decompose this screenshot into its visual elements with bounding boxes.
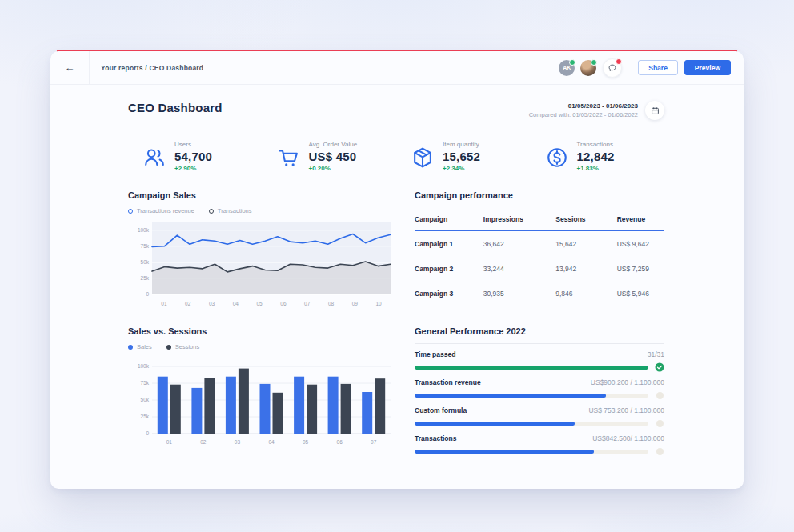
svg-text:05: 05 xyxy=(256,301,263,306)
svg-text:02: 02 xyxy=(200,439,207,445)
report-content: CEO Dashboard 01/05/2023 - 01/06/2023 Co… xyxy=(50,101,744,456)
svg-text:0: 0 xyxy=(146,430,149,436)
campaign-performance-table: CampaignImpressionsSessionsRevenue Campa… xyxy=(415,208,664,306)
column-header: Revenue xyxy=(617,208,664,230)
table-row: Campaign 233,24413,942US$ 7,259 xyxy=(415,256,664,281)
progress-track xyxy=(415,366,648,370)
kpi-label: Transactions xyxy=(577,141,615,148)
campaign-name-cell: Campaign 2 xyxy=(415,256,483,281)
preview-button[interactable]: Preview xyxy=(684,60,731,75)
section-title: Sales vs. Sessions xyxy=(128,326,392,336)
cart-icon xyxy=(277,146,301,170)
progress-track xyxy=(415,450,648,454)
avatar-photo[interactable] xyxy=(580,60,596,76)
svg-text:50k: 50k xyxy=(141,259,150,265)
legend-marker-icon xyxy=(166,345,171,350)
progress-row: TransactionsUS$842.500/ 1.100.000 xyxy=(415,434,664,456)
calendar-icon xyxy=(651,106,660,115)
header-actions: AK Share Preview xyxy=(553,58,744,78)
date-range[interactable]: 01/05/2023 - 01/06/2023 xyxy=(529,102,638,110)
progress-list: Time passed31/31Transaction revenueUS$90… xyxy=(415,350,664,456)
share-button[interactable]: Share xyxy=(638,60,678,75)
progress-label: Transaction revenue xyxy=(415,378,481,386)
progress-track xyxy=(415,394,648,398)
avatar-initials[interactable]: AK xyxy=(559,60,575,76)
back-button[interactable]: ← xyxy=(50,51,90,84)
svg-text:04: 04 xyxy=(233,301,239,306)
table-cell: US$ 5,946 xyxy=(617,281,664,306)
kpi-row: Users54,700+2.90%Avg. Order ValueUS$ 450… xyxy=(128,141,664,172)
check-circle-icon xyxy=(655,362,664,372)
svg-text:100k: 100k xyxy=(138,363,150,369)
online-status-dot xyxy=(569,59,575,66)
table-cell: 33,244 xyxy=(483,256,555,281)
sales-sessions-legend: SalesSessions xyxy=(128,343,392,350)
svg-text:75k: 75k xyxy=(141,380,150,386)
kpi-card: Users54,700+2.90% xyxy=(128,141,263,172)
section-campaign-sales: Campaign Sales Transactions revenueTrans… xyxy=(128,190,392,309)
kpi-label: Item quantity xyxy=(443,141,480,148)
kpi-delta: +0.20% xyxy=(309,165,358,172)
svg-text:07: 07 xyxy=(304,301,311,306)
table-row: Campaign 330,9359,846US$ 5,946 xyxy=(415,281,664,306)
kpi-card: Transactions12,842+1.83% xyxy=(531,141,665,172)
legend-item[interactable]: Transactions xyxy=(209,207,252,214)
kpi-value: US$ 450 xyxy=(309,150,358,163)
column-header: Impressions xyxy=(483,208,555,230)
section-title: Campaign Sales xyxy=(128,190,392,200)
box-icon xyxy=(411,146,435,170)
legend-label: Transactions revenue xyxy=(137,207,194,214)
legend-label: Sales xyxy=(137,343,152,350)
legend-item[interactable]: Sales xyxy=(128,343,152,350)
svg-text:10: 10 xyxy=(375,301,382,306)
svg-text:07: 07 xyxy=(371,439,377,445)
svg-text:100k: 100k xyxy=(138,227,150,233)
dot-icon xyxy=(655,390,664,400)
svg-text:05: 05 xyxy=(303,439,309,445)
svg-text:09: 09 xyxy=(352,301,359,306)
legend-label: Sessions xyxy=(175,343,199,350)
section-divider xyxy=(415,343,664,344)
svg-text:06: 06 xyxy=(337,439,343,445)
progress-fill xyxy=(415,422,575,426)
svg-text:25k: 25k xyxy=(141,414,150,419)
svg-text:08: 08 xyxy=(328,301,335,306)
progress-fill xyxy=(415,450,594,454)
back-arrow-icon: ← xyxy=(65,62,75,74)
table-cell: 36,642 xyxy=(483,230,555,256)
progress-row: Custom formulaUS$ 753.200 / 1.100.000 xyxy=(415,406,664,428)
comments-button[interactable] xyxy=(603,58,622,78)
kpi-value: 12,842 xyxy=(577,150,615,163)
chat-bubble-icon xyxy=(608,63,617,73)
section-sales-vs-sessions: Sales vs. Sessions SalesSessions 025k50k… xyxy=(128,326,392,456)
online-status-dot xyxy=(591,59,597,66)
svg-text:01: 01 xyxy=(161,301,167,306)
kpi-value: 54,700 xyxy=(174,150,212,163)
progress-label: Time passed xyxy=(415,350,455,358)
legend-marker-icon xyxy=(128,209,133,214)
progress-row: Transaction revenueUS$900.200 / 1.100.00… xyxy=(415,378,664,400)
table-cell: 9,846 xyxy=(555,281,616,306)
campaign-sales-legend: Transactions revenueTransactions xyxy=(128,207,392,214)
campaign-sales-chart: 025k50k75k100k01020304050607080910 xyxy=(128,218,392,309)
progress-value: US$900.200 / 1.100.000 xyxy=(591,378,664,386)
kpi-card: Avg. Order ValueUS$ 450+0.20% xyxy=(263,141,397,172)
section-general-performance: General Performance 2022 Time passed31/3… xyxy=(415,326,664,456)
legend-marker-icon xyxy=(128,345,133,350)
sales-sessions-chart: 025k50k75k100k01020304050607 xyxy=(128,354,392,448)
legend-marker-icon xyxy=(209,209,214,214)
section-title: General Performance 2022 xyxy=(415,326,664,336)
table-cell: US$ 7,259 xyxy=(617,256,664,281)
column-header: Campaign xyxy=(415,208,483,230)
calendar-button[interactable] xyxy=(645,101,664,120)
table-cell: US$ 9,642 xyxy=(617,230,664,256)
table-row: Campaign 136,64215,642US$ 9,642 xyxy=(415,230,664,256)
legend-item[interactable]: Sessions xyxy=(166,343,199,350)
legend-item[interactable]: Transactions revenue xyxy=(128,207,194,214)
column-header: Sessions xyxy=(555,208,616,230)
progress-fill xyxy=(415,366,648,370)
users-icon xyxy=(142,146,166,170)
dot-icon xyxy=(655,418,664,428)
compare-range: Compared with: 01/05/2022 - 01/06/2022 xyxy=(529,111,638,118)
breadcrumb[interactable]: Your reports / CEO Dashboard xyxy=(101,64,203,72)
